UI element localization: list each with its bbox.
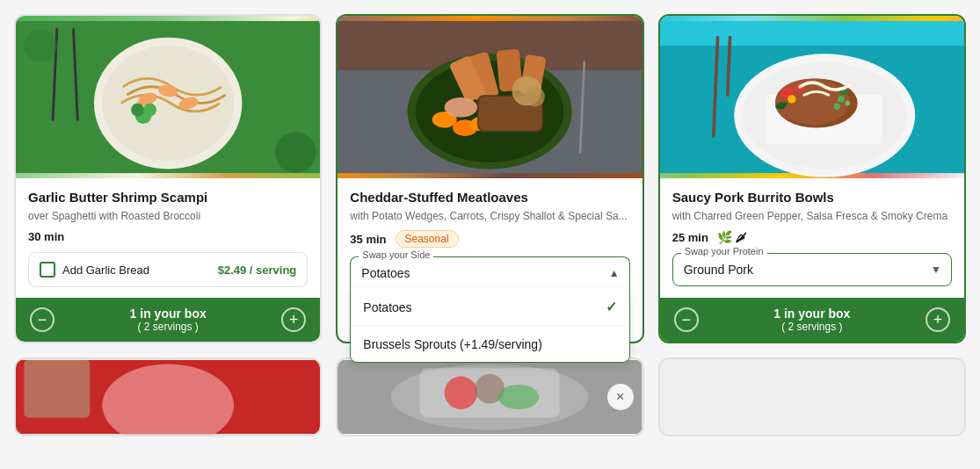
card-burrito: Saucy Pork Burrito Bowls with Charred Gr… bbox=[658, 14, 966, 343]
card-subtitle-shrimp: over Spaghetti with Roasted Broccoli bbox=[28, 209, 308, 224]
card-image-burrito bbox=[660, 16, 964, 178]
herb-icon: 🌿 bbox=[717, 230, 732, 244]
svg-rect-48 bbox=[24, 360, 90, 418]
svg-point-7 bbox=[131, 104, 144, 117]
svg-point-52 bbox=[445, 377, 477, 409]
card-meatloaves: Cheddar-Stuffed Meatloaves with Potato W… bbox=[336, 14, 643, 343]
card-title-burrito: Saucy Pork Burrito Bowls bbox=[672, 189, 952, 206]
pepper-icon: 🌶 bbox=[735, 230, 747, 244]
card-footer-shrimp: − 1 in your box ( 2 servings ) + bbox=[16, 298, 320, 342]
svg-point-36 bbox=[775, 78, 849, 124]
check-icon-potatoes: ✓ bbox=[606, 299, 617, 315]
bottom-card-thai bbox=[14, 357, 322, 437]
card-time-meatloaf: 35 min bbox=[350, 233, 386, 246]
svg-point-28 bbox=[445, 97, 477, 117]
card-footer-burrito: − 1 in your box ( 2 servings ) + bbox=[660, 298, 964, 342]
bottom-cards-grid: × bbox=[14, 357, 966, 437]
card-image-meatloaf bbox=[338, 16, 642, 178]
addon-left-shrimp: Add Garlic Bread bbox=[40, 262, 149, 278]
card-body-shrimp: Garlic Butter Shrimp Scampi over Spaghet… bbox=[16, 178, 320, 298]
svg-point-54 bbox=[498, 385, 540, 409]
svg-point-42 bbox=[833, 104, 839, 110]
card-image-shrimp bbox=[16, 16, 320, 178]
cards-grid: Garlic Butter Shrimp Scampi over Spaghet… bbox=[14, 14, 966, 343]
card-title-shrimp: Garlic Butter Shrimp Scampi bbox=[28, 189, 308, 206]
swap-container-protein: Swap your Protein Ground Pork ▼ bbox=[672, 253, 952, 286]
dropdown-options-side: Potatoes ✓ Brussels Sprouts (+1.49/servi… bbox=[350, 288, 629, 363]
card-meta-meatloaf: 35 min Seasonal bbox=[350, 230, 629, 248]
addon-checkbox-shrimp[interactable] bbox=[40, 262, 55, 278]
footer-count-shrimp: 1 in your box ( 2 servings ) bbox=[54, 307, 281, 333]
close-button-veggie[interactable]: × bbox=[607, 384, 634, 410]
svg-point-12 bbox=[275, 132, 316, 173]
swap-container-side: Swap your Side Potatoes Brussels Sprouts… bbox=[350, 256, 629, 289]
card-body-meatloaf: Cheddar-Stuffed Meatloaves with Potato W… bbox=[338, 178, 642, 342]
card-title-meatloaf: Cheddar-Stuffed Meatloaves bbox=[350, 189, 629, 206]
close-icon: × bbox=[616, 389, 624, 405]
svg-point-40 bbox=[838, 96, 844, 102]
swap-label-side: Swap your Side bbox=[359, 249, 433, 260]
card-time-shrimp: 30 min bbox=[28, 230, 64, 243]
increment-button-burrito[interactable]: + bbox=[926, 307, 950, 332]
spice-icons-burrito: 🌿 🌶 bbox=[717, 230, 747, 244]
decrement-button-shrimp[interactable]: − bbox=[30, 307, 54, 332]
svg-point-39 bbox=[788, 95, 795, 103]
bottom-card-veggie: × bbox=[336, 357, 643, 437]
footer-count-burrito: 1 in your box ( 2 servings ) bbox=[699, 307, 926, 333]
card-shrimp-scampi: Garlic Butter Shrimp Scampi over Spaghet… bbox=[14, 14, 322, 343]
card-subtitle-meatloaf: with Potato Wedges, Carrots, Crispy Shal… bbox=[350, 209, 629, 224]
badge-seasonal: Seasonal bbox=[396, 230, 459, 248]
addon-price-shrimp: $2.49 / serving bbox=[218, 263, 297, 277]
svg-point-27 bbox=[526, 87, 545, 106]
addon-label-shrimp: Add Garlic Bread bbox=[62, 263, 149, 277]
increment-button-shrimp[interactable]: + bbox=[281, 307, 306, 332]
addon-row-shrimp[interactable]: Add Garlic Bread $2.49 / serving bbox=[28, 252, 308, 287]
swap-label-protein: Swap your Protein bbox=[681, 246, 767, 256]
svg-point-8 bbox=[143, 104, 156, 117]
swap-select-protein[interactable]: Ground Pork bbox=[672, 253, 952, 286]
bottom-card-empty bbox=[658, 357, 966, 437]
swap-select-side[interactable]: Potatoes Brussels Sprouts (+1.49/serving… bbox=[350, 256, 629, 289]
decrement-button-burrito[interactable]: − bbox=[674, 307, 699, 332]
svg-point-41 bbox=[845, 101, 850, 106]
dropdown-option-brussels[interactable]: Brussels Sprouts (+1.49/serving) bbox=[351, 327, 628, 362]
dropdown-option-potatoes[interactable]: Potatoes ✓ bbox=[351, 288, 628, 327]
card-subtitle-burrito: with Charred Green Pepper, Salsa Fresca … bbox=[672, 209, 952, 224]
card-time-burrito: 25 min bbox=[672, 231, 708, 244]
card-meta-burrito: 25 min 🌿 🌶 bbox=[672, 230, 952, 244]
card-meta-shrimp: 30 min bbox=[28, 230, 308, 243]
svg-point-11 bbox=[24, 29, 56, 61]
card-body-burrito: Saucy Pork Burrito Bowls with Charred Gr… bbox=[660, 178, 964, 298]
